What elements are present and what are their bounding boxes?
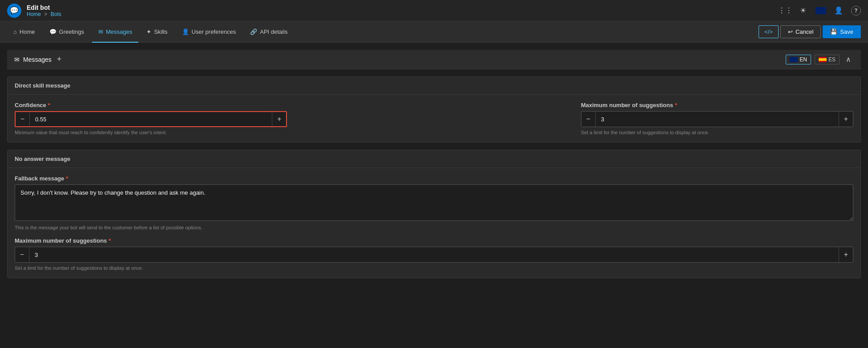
confidence-decrement-button[interactable]: − xyxy=(16,112,30,126)
fallback-required-star: * xyxy=(66,175,68,182)
nav-item-api-details[interactable]: 🔗 API details xyxy=(244,21,294,43)
cancel-button[interactable]: ↩ Cancel xyxy=(780,25,821,38)
top-bar: 💬 Edit bot Home > Bots ⋮⋮ ☀ 👤 ? xyxy=(0,0,868,21)
fallback-group: Fallback message * This is the message y… xyxy=(15,175,853,230)
direct-max-increment-button[interactable]: + xyxy=(839,112,853,127)
nav-item-messages[interactable]: ✉ Messages xyxy=(92,21,138,43)
no-answer-message-title: No answer message xyxy=(8,150,860,168)
confidence-input[interactable] xyxy=(30,116,272,123)
no-answer-max-suggestions-input[interactable] xyxy=(29,252,839,258)
no-answer-max-suggestions-wrapper: − + xyxy=(15,247,853,263)
fallback-textarea[interactable] xyxy=(15,184,853,221)
lang-en-button[interactable]: EN xyxy=(786,55,811,64)
no-answer-max-suggestions-group: Maximum number of suggestions * − + Set … xyxy=(15,237,853,271)
direct-max-suggestions-label: Maximum number of suggestions * xyxy=(581,102,853,108)
no-answer-max-suggestions-hint: Set a limit for the number of suggestion… xyxy=(15,265,853,271)
code-button[interactable]: </> xyxy=(759,25,779,38)
greetings-icon: 💬 xyxy=(49,28,57,35)
save-button[interactable]: 💾 Save xyxy=(823,25,861,38)
confidence-input-wrapper: − + xyxy=(15,111,287,127)
person-icon[interactable]: 👤 xyxy=(833,5,844,16)
nav-item-home[interactable]: ⌂ Home xyxy=(7,21,41,43)
lang-en-label: EN xyxy=(799,56,807,63)
no-answer-max-suggestions-label: Maximum number of suggestions * xyxy=(15,237,853,244)
nav-label-greetings: Greetings xyxy=(59,28,84,35)
breadcrumb: Home > Bots xyxy=(27,11,780,17)
nav-item-user-preferences[interactable]: 👤 User preferences xyxy=(176,21,242,43)
api-icon: 🔗 xyxy=(250,28,257,35)
nav-bar: ⌂ Home 💬 Greetings ✉ Messages ✦ Skills 👤… xyxy=(0,21,868,43)
nav-label-skills: Skills xyxy=(154,28,167,35)
direct-max-suggestions-input[interactable] xyxy=(596,116,839,123)
no-answer-max-required-star: * xyxy=(109,237,111,244)
cancel-icon: ↩ xyxy=(788,28,793,35)
confidence-label: Confidence * xyxy=(15,102,287,108)
title-area: Edit bot Home > Bots xyxy=(27,4,780,17)
confidence-required-star: * xyxy=(48,102,50,108)
page-title: Edit bot xyxy=(27,4,780,11)
direct-skill-form-row: Confidence * − + Minimum value that must… xyxy=(15,102,853,135)
no-answer-message-body: Fallback message * This is the message y… xyxy=(8,168,860,278)
no-answer-max-decrement-button[interactable]: − xyxy=(15,247,29,262)
nav-label-user-preferences: User preferences xyxy=(192,28,236,35)
messages-section-title: ✉ Messages + xyxy=(14,55,786,64)
nav-label-api-details: API details xyxy=(260,28,287,35)
add-message-button[interactable]: + xyxy=(55,55,64,64)
skills-icon: ✦ xyxy=(146,28,151,35)
nav-item-greetings[interactable]: 💬 Greetings xyxy=(43,21,90,43)
section-header-actions: EN ES ∧ xyxy=(786,54,854,64)
home-icon: ⌂ xyxy=(13,28,17,35)
app-logo: 💬 xyxy=(7,4,21,18)
direct-skill-message-body: Confidence * − + Minimum value that must… xyxy=(8,95,860,142)
confidence-increment-button[interactable]: + xyxy=(272,112,286,126)
messages-section-label: Messages xyxy=(23,56,52,63)
no-answer-message-card: No answer message Fallback message * Thi… xyxy=(7,150,861,278)
messages-section-icon: ✉ xyxy=(14,56,20,63)
breadcrumb-current[interactable]: Bots xyxy=(51,11,61,17)
messages-section-header: ✉ Messages + EN ES ∧ xyxy=(7,50,861,69)
top-bar-actions: ⋮⋮ ☀ 👤 ? xyxy=(780,5,861,16)
breadcrumb-home[interactable]: Home xyxy=(27,11,41,17)
lang-es-button[interactable]: ES xyxy=(815,55,840,64)
no-answer-max-increment-button[interactable]: + xyxy=(839,247,853,262)
lang-es-label: ES xyxy=(828,56,836,63)
direct-max-suggestions-input-wrapper: − + xyxy=(581,111,853,127)
messages-nav-icon: ✉ xyxy=(98,28,103,35)
fallback-hint: This is the message your bot will send t… xyxy=(15,225,853,230)
nav-item-skills[interactable]: ✦ Skills xyxy=(140,21,174,43)
nav-label-home: Home xyxy=(20,28,35,35)
sun-icon[interactable]: ☀ xyxy=(798,5,808,16)
direct-max-suggestions-group: Maximum number of suggestions * − + Set … xyxy=(581,102,853,135)
collapse-button[interactable]: ∧ xyxy=(843,54,854,64)
help-icon[interactable]: ? xyxy=(851,6,861,16)
confidence-group: Confidence * − + Minimum value that must… xyxy=(15,102,287,135)
content-area: ✉ Messages + EN ES ∧ Direct skill messag… xyxy=(0,43,868,292)
direct-skill-message-card: Direct skill message Confidence * − + Mi… xyxy=(7,76,861,143)
direct-max-required-star: * xyxy=(675,102,677,108)
uk-flag-icon[interactable] xyxy=(816,5,826,16)
direct-skill-message-title: Direct skill message xyxy=(8,77,860,95)
breadcrumb-separator: > xyxy=(44,11,47,17)
confidence-hint: Minimum value that must reach to confide… xyxy=(15,130,287,135)
cancel-label: Cancel xyxy=(795,28,813,35)
code-icon: </> xyxy=(764,28,773,35)
grid-icon[interactable]: ⋮⋮ xyxy=(780,5,791,16)
nav-label-messages: Messages xyxy=(106,28,132,35)
fallback-label: Fallback message * xyxy=(15,175,853,182)
user-pref-icon: 👤 xyxy=(182,28,189,35)
direct-max-suggestions-hint: Set a limit for the number of suggestion… xyxy=(581,130,853,135)
direct-max-decrement-button[interactable]: − xyxy=(581,112,596,127)
save-label: Save xyxy=(840,28,853,35)
save-icon: 💾 xyxy=(830,28,837,35)
